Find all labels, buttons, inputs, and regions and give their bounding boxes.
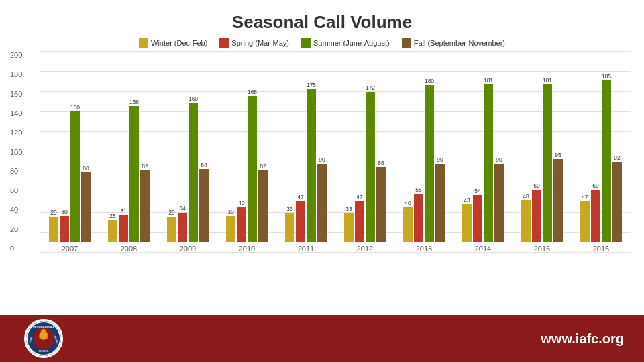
bars-container: 2930150802007253115682200829341608420093… — [40, 52, 631, 253]
logo-circle: INTERNATIONAL CHIEFS FIRE ASSOC. — [24, 319, 63, 358]
bar-fall — [435, 164, 445, 242]
bar-winter — [285, 213, 294, 242]
bar-summer — [425, 85, 434, 242]
bar-spring — [591, 190, 600, 242]
year-group: 3040168822010 — [226, 88, 268, 253]
bar-spring — [60, 216, 69, 242]
year-group: 4055180902013 — [403, 78, 445, 253]
year-group: 4860181952015 — [521, 77, 563, 253]
bar-summer — [366, 92, 375, 242]
bar-fall — [612, 162, 622, 242]
bar-summer — [484, 84, 493, 242]
svg-text:CHIEFS: CHIEFS — [39, 349, 49, 353]
bar-summer — [543, 84, 552, 242]
bar-summer — [602, 80, 611, 242]
bar-winter — [167, 217, 176, 242]
bar-winter — [403, 207, 413, 242]
bar-fall — [376, 167, 386, 242]
year-group: 4760185922016 — [580, 73, 622, 253]
bar-spring — [532, 190, 541, 242]
bar-winter — [226, 216, 235, 242]
bar-summer — [129, 106, 139, 242]
y-axis: 0 20 40 60 80 100 120 140 160 180 200 — [10, 52, 22, 253]
year-group: 4354181902014 — [462, 77, 504, 253]
chart-container: 0 20 40 60 80 100 120 140 160 180 200 29… — [40, 52, 631, 253]
bar-winter — [580, 201, 590, 242]
bar-fall — [140, 170, 150, 242]
bar-winter — [49, 217, 58, 242]
bar-spring — [178, 213, 187, 242]
legend-summer: Summer (June-August) — [301, 38, 390, 48]
legend-winter: Winter (Dec-Feb) — [139, 38, 207, 48]
bar-fall — [199, 169, 209, 242]
bar-winter — [521, 200, 531, 242]
year-group: 3347175902011 — [285, 82, 327, 253]
bar-spring — [119, 215, 128, 242]
year-group: 2531156822008 — [108, 99, 150, 253]
bar-fall — [258, 170, 268, 242]
bar-summer — [248, 96, 257, 242]
legend-fall: Fall (September-November) — [402, 38, 505, 48]
year-group: 2934160842009 — [167, 95, 209, 253]
bar-spring — [355, 201, 364, 242]
bar-spring — [414, 194, 423, 242]
website-label: www.iafc.org — [541, 331, 624, 347]
legend-spring: Spring (Mar-May) — [219, 38, 289, 48]
logo-area: INTERNATIONAL CHIEFS FIRE ASSOC. — [0, 315, 87, 362]
bar-fall — [81, 172, 91, 242]
svg-text:INTERNATIONAL: INTERNATIONAL — [33, 325, 55, 328]
bar-summer — [189, 103, 198, 242]
year-group: 3347172862012 — [344, 84, 386, 253]
bottom-bar: INTERNATIONAL CHIEFS FIRE ASSOC. www.iaf… — [0, 315, 644, 362]
bar-spring — [237, 207, 246, 242]
bar-winter — [344, 213, 354, 242]
bar-spring — [473, 195, 482, 242]
year-group: 2930150802007 — [49, 104, 91, 253]
bar-summer — [70, 111, 80, 242]
bar-summer — [307, 89, 316, 242]
legend: Winter (Dec-Feb) Spring (Mar-May) Summer… — [0, 38, 644, 48]
bar-winter — [108, 220, 117, 242]
bar-fall — [317, 164, 327, 242]
svg-point-5 — [44, 333, 48, 339]
bar-fall — [553, 159, 563, 242]
bar-winter — [462, 204, 472, 242]
bar-fall — [494, 164, 504, 242]
svg-point-4 — [39, 333, 43, 339]
page-title: Seasonal Call Volume — [0, 0, 644, 38]
bar-spring — [296, 201, 305, 242]
